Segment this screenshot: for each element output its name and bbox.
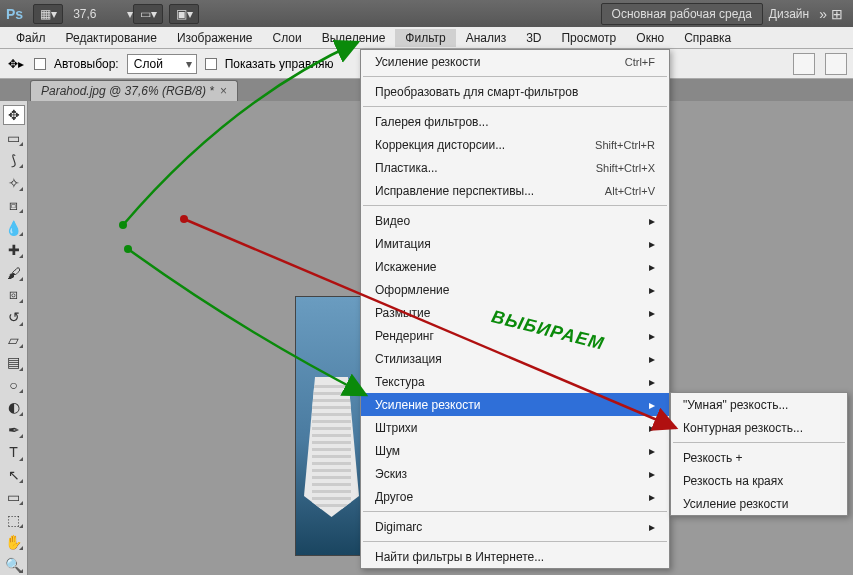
menu-анализ[interactable]: Анализ — [456, 29, 517, 47]
document-tab[interactable]: Parahod.jpg @ 37,6% (RGB/8) * × — [30, 80, 238, 101]
image-content — [304, 377, 359, 517]
design-link[interactable]: Дизайн — [769, 7, 809, 21]
menu-item[interactable]: Усиление резкостиCtrl+F — [361, 50, 669, 73]
submenu-item[interactable]: Резкость на краях — [671, 469, 847, 492]
menu-item[interactable]: Имитация▸ — [361, 232, 669, 255]
menu-файл[interactable]: Файл — [6, 29, 56, 47]
menu-item[interactable]: Digimarc▸ — [361, 515, 669, 538]
tool-eyedrop[interactable]: 💧 — [3, 217, 25, 237]
menu-item[interactable]: Усиление резкости▸ — [361, 393, 669, 416]
menu-изображение[interactable]: Изображение — [167, 29, 263, 47]
submenu-item[interactable]: Резкость + — [671, 446, 847, 469]
show-controls-checkbox[interactable] — [205, 58, 217, 70]
menu-справка[interactable]: Справка — [674, 29, 741, 47]
tool-move[interactable]: ✥ — [3, 105, 25, 125]
menu-фильтр[interactable]: Фильтр — [395, 29, 455, 47]
tool-lasso[interactable]: ⟆ — [3, 150, 25, 170]
submenu-item[interactable]: "Умная" резкость... — [671, 393, 847, 416]
menu-item[interactable]: Пластика...Shift+Ctrl+X — [361, 156, 669, 179]
menu-item[interactable]: Исправление перспективы...Alt+Ctrl+V — [361, 179, 669, 202]
tool-blur[interactable]: ○ — [3, 375, 25, 395]
autoselect-combo[interactable]: Слой — [127, 54, 197, 74]
tool-history[interactable]: ↺ — [3, 307, 25, 327]
tool-heal[interactable]: ✚ — [3, 240, 25, 260]
menu-item[interactable]: Другое▸ — [361, 485, 669, 508]
move-tool-icon: ✥▸ — [6, 54, 26, 74]
menu-выделение[interactable]: Выделение — [312, 29, 396, 47]
tool-3d[interactable]: ⬚ — [3, 509, 25, 529]
tool-eraser[interactable]: ▱ — [3, 330, 25, 350]
menu-окно[interactable]: Окно — [626, 29, 674, 47]
tool-wand[interactable]: ✧ — [3, 172, 25, 192]
menu-item[interactable]: Штрихи▸ — [361, 416, 669, 439]
filter-menu: Усиление резкостиCtrl+FПреобразовать для… — [360, 49, 670, 569]
close-tab-icon[interactable]: × — [220, 84, 227, 98]
tool-type[interactable]: T — [3, 442, 25, 462]
tool-shape[interactable]: ▭ — [3, 487, 25, 507]
menu-item[interactable]: Коррекция дисторсии...Shift+Ctrl+R — [361, 133, 669, 156]
submenu-item[interactable]: Усиление резкости — [671, 492, 847, 515]
screen-mode-button[interactable]: ▣▾ — [169, 4, 199, 24]
tool-marquee[interactable]: ▭ — [3, 127, 25, 147]
tool-crop[interactable]: ⧈ — [3, 195, 25, 215]
menu-слои[interactable]: Слои — [263, 29, 312, 47]
menu-просмотр[interactable]: Просмотр — [551, 29, 626, 47]
tool-gradient[interactable]: ▤ — [3, 352, 25, 372]
menu-item[interactable]: Искажение▸ — [361, 255, 669, 278]
tool-brush[interactable]: 🖌 — [3, 262, 25, 282]
tool-zoom[interactable]: 🔍 — [3, 554, 25, 574]
menu-item[interactable]: Эскиз▸ — [361, 462, 669, 485]
document-tab-label: Parahod.jpg @ 37,6% (RGB/8) * — [41, 84, 214, 98]
submenu-item[interactable]: Контурная резкость... — [671, 416, 847, 439]
autoselect-label: Автовыбор: — [54, 57, 119, 71]
arrange-button[interactable]: ▭▾ — [133, 4, 163, 24]
tool-path[interactable]: ↖ — [3, 465, 25, 485]
csLive-icon[interactable]: ⊞ — [831, 6, 843, 22]
toolbox: ✥▭⟆✧⧈💧✚🖌⧇↺▱▤○◐✒T↖▭⬚✋🔍 — [0, 101, 28, 575]
menu-item[interactable]: Текстура▸ — [361, 370, 669, 393]
tool-pen[interactable]: ✒ — [3, 420, 25, 440]
zoom-display[interactable]: 37,6 — [73, 7, 123, 21]
align-button-2[interactable] — [825, 53, 847, 75]
tool-hand[interactable]: ✋ — [3, 532, 25, 552]
menu-3d[interactable]: 3D — [516, 29, 551, 47]
tool-stamp[interactable]: ⧇ — [3, 285, 25, 305]
menu-item[interactable]: Стилизация▸ — [361, 347, 669, 370]
menu-редактирование[interactable]: Редактирование — [56, 29, 167, 47]
menu-item[interactable]: Размытие▸ — [361, 301, 669, 324]
autoselect-checkbox[interactable] — [34, 58, 46, 70]
workspace-button[interactable]: Основная рабочая среда — [601, 3, 763, 25]
bridge-button[interactable]: ▦▾ — [33, 4, 63, 24]
menu-item[interactable]: Видео▸ — [361, 209, 669, 232]
menu-item[interactable]: Рендеринг▸ — [361, 324, 669, 347]
app-logo: Ps — [6, 6, 23, 22]
tool-dodge[interactable]: ◐ — [3, 397, 25, 417]
align-button-1[interactable] — [793, 53, 815, 75]
workspace-more-icon[interactable]: » — [819, 6, 827, 22]
menu-item[interactable]: Галерея фильтров... — [361, 110, 669, 133]
menu-item[interactable]: Оформление▸ — [361, 278, 669, 301]
menu-item[interactable]: Шум▸ — [361, 439, 669, 462]
menu-item[interactable]: Преобразовать для смарт-фильтров — [361, 80, 669, 103]
sharpen-submenu: "Умная" резкость...Контурная резкость...… — [670, 392, 848, 516]
menu-item[interactable]: Найти фильтры в Интернете... — [361, 545, 669, 568]
show-controls-label: Показать управляю — [225, 57, 334, 71]
app-titlebar: Ps ▦▾ 37,6▾ ▭▾ ▣▾ Основная рабочая среда… — [0, 0, 853, 27]
menu-bar: ФайлРедактированиеИзображениеСлоиВыделен… — [0, 27, 853, 49]
